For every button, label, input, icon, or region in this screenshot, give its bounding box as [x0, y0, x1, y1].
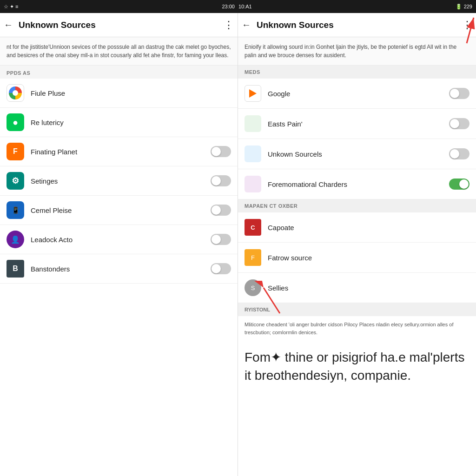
app-name: Unkown Sourcels	[268, 150, 449, 158]
list-item[interactable]: ⚙ Setinges	[0, 166, 238, 196]
app-name: Finating Planet	[31, 148, 211, 156]
app-name: Fatrow source	[268, 254, 469, 262]
list-item[interactable]: Easts Pain'	[238, 109, 476, 139]
list-item[interactable]: C Capoate	[238, 212, 476, 243]
app-name: Setinges	[31, 177, 211, 185]
list-item[interactable]: 👤 Leadock Acto	[0, 225, 238, 254]
status-time: 23:00	[222, 4, 235, 9]
list-item[interactable]: Foremomatioral Charders	[238, 169, 476, 199]
left-panel: ← Unknown Sources ⋮ nt for the jistitist…	[0, 13, 238, 476]
play-store-icon	[245, 85, 261, 102]
list-item[interactable]: 📱 Cemel Pleise	[0, 196, 238, 225]
green-icon: ●	[7, 113, 24, 131]
red-arrow-bottom-icon	[238, 281, 294, 318]
left-app-list: Fiule Pluse ● Re lutericy F Finating Pla…	[0, 79, 238, 476]
notification-icons: ☆ ✦ ≡	[4, 4, 19, 10]
list-item[interactable]: Unkown Sourcels	[238, 139, 476, 169]
list-item[interactable]: F Finating Planet	[0, 137, 238, 166]
app-name: Capoate	[268, 224, 469, 231]
app-name: Foremomatioral Charders	[268, 180, 449, 188]
blue-icon: 📱	[7, 201, 24, 219]
left-section-label: PPDS AS	[0, 66, 238, 79]
easts-icon	[245, 115, 261, 132]
right-back-button[interactable]: ←	[242, 20, 251, 30]
capoate-icon: C	[245, 219, 261, 236]
purple-icon: 👤	[7, 231, 24, 248]
svg-line-3	[264, 288, 280, 313]
app-name: Cemel Pleise	[31, 206, 211, 214]
chrome-icon	[7, 84, 24, 102]
left-menu-button[interactable]: ⋮	[224, 19, 234, 31]
cemel-pleise-toggle[interactable]	[211, 205, 231, 216]
right-panel: ← Unknown Sources ⋮ Enioify it allowing …	[238, 13, 476, 476]
list-item[interactable]: F Fatrow source	[238, 243, 476, 273]
right-title: Unknown Sources	[257, 20, 462, 30]
battery-icon: 🔋	[456, 4, 462, 10]
list-item[interactable]: ● Re lutericy	[0, 108, 238, 137]
easts-toggle[interactable]	[449, 118, 469, 129]
app-name: Fiule Pluse	[31, 89, 231, 97]
google-toggle[interactable]	[449, 88, 469, 99]
bottom-description: Mliticone cheadent 'oli anger bulrder ci…	[238, 316, 476, 341]
left-description: nt for the jistitiste'Unnioon sevices of…	[0, 37, 238, 66]
unkown-toggle[interactable]	[449, 148, 469, 159]
app-name: Easts Pain'	[268, 120, 449, 128]
teal-icon: ⚙	[7, 172, 24, 190]
right-description: Enioify it allowing sourd in:in Gonhet l…	[238, 37, 476, 66]
status-right-icons: 🔋 229	[456, 4, 472, 10]
right-app-bar: ← Unknown Sources ⋮	[238, 13, 476, 37]
fore-icon	[245, 176, 261, 192]
fatrow-icon: F	[245, 249, 261, 266]
banstonders-toggle[interactable]	[211, 263, 231, 274]
battery-level: 229	[464, 4, 472, 9]
app-name: Leadock Acto	[31, 236, 211, 244]
app-name: Re lutericy	[31, 119, 231, 126]
left-app-bar: ← Unknown Sources ⋮	[0, 13, 238, 37]
app-name: Sellies	[268, 284, 469, 292]
fore-toggle[interactable]	[449, 178, 469, 190]
list-item[interactable]: Fiule Pluse	[0, 79, 238, 108]
oxber-section-label: MAPAEN CT OXBER	[238, 199, 476, 212]
leadock-toggle[interactable]	[211, 234, 231, 245]
app-name: Banstonders	[31, 265, 211, 273]
left-title: Unknown Sources	[19, 20, 224, 30]
status-bar: ☆ ✦ ≡ 23:00 10:A1 🔋 229	[0, 0, 476, 13]
finating-planet-toggle[interactable]	[211, 146, 231, 157]
list-item[interactable]: B Banstonders	[0, 254, 238, 284]
app-name: Google	[268, 90, 449, 98]
orange-icon: F	[7, 143, 24, 160]
status-left-icons: ☆ ✦ ≡	[4, 4, 19, 10]
status-extra: 10:A1	[238, 4, 252, 9]
dark-icon: B	[7, 260, 24, 278]
list-item[interactable]: Google	[238, 79, 476, 109]
main-content: ← Unknown Sources ⋮ nt for the jistitist…	[0, 13, 476, 476]
setinges-toggle[interactable]	[211, 175, 231, 186]
unkown-icon	[245, 145, 261, 162]
left-back-button[interactable]: ←	[4, 20, 13, 30]
right-menu-button[interactable]: ⋮	[462, 19, 472, 31]
meds-section-label: MEDS	[238, 66, 476, 79]
large-text: Fom✦ thine or pisigriof ha.e mal'plerts …	[238, 341, 476, 392]
